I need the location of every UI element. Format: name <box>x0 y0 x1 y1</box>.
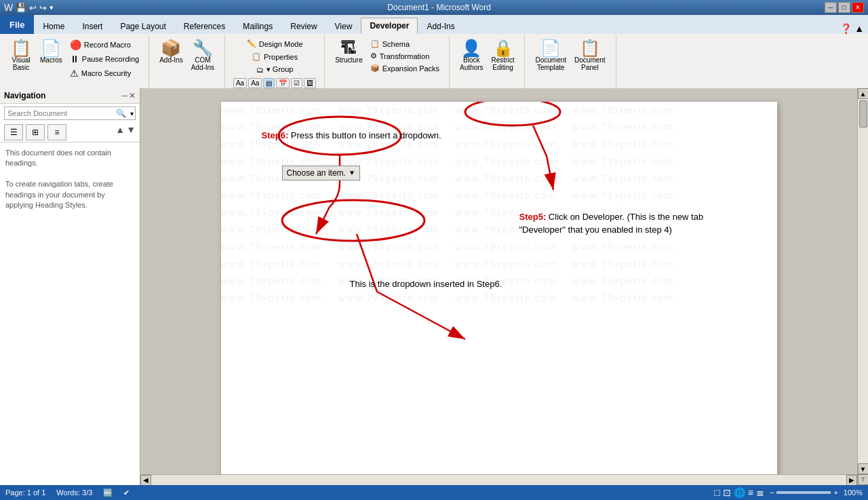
text-control-button[interactable]: Aa <box>233 78 247 88</box>
document-panel-button[interactable]: 📋 DocumentPanel <box>571 38 609 73</box>
nav-pages-view[interactable]: ⊞ <box>26 124 45 140</box>
zoom-level[interactable]: 100% <box>844 488 863 497</box>
scroll-down-button[interactable]: ▼ <box>858 463 869 474</box>
help-icon[interactable]: ❓ <box>840 23 852 34</box>
tab-developer[interactable]: Developer <box>361 18 418 34</box>
block-authors-button[interactable]: 👤 BlockAuthors <box>456 38 486 73</box>
nav-pane-title: Navigation <box>4 91 45 100</box>
tab-insert[interactable]: Insert <box>73 18 111 34</box>
zoom-slider[interactable] <box>776 491 831 494</box>
shield-icon: ⚠ <box>70 68 79 79</box>
nav-results-view[interactable]: ≡ <box>47 124 66 140</box>
tab-review[interactable]: Review <box>281 18 326 34</box>
record-macro-button[interactable]: 🔴 Record Macro <box>67 38 142 52</box>
print-layout-btn[interactable]: □ <box>714 487 719 498</box>
nav-close-button[interactable]: ✕ <box>129 91 136 100</box>
restrict-editing-button[interactable]: 🔒 RestrictEditing <box>488 38 518 73</box>
macros-button[interactable]: 📄 Macros <box>37 38 66 66</box>
save-btn[interactable]: 💾 <box>16 3 26 13</box>
draft-btn[interactable]: ≣ <box>756 487 764 498</box>
com-add-ins-button[interactable]: 🔧 COMAdd-Ins <box>188 38 218 73</box>
document-panel-icon: 📋 <box>580 40 600 56</box>
checkbox-button[interactable]: ☑ <box>291 78 302 88</box>
block-authors-icon: 👤 <box>461 40 481 56</box>
search-button[interactable]: 🔍 <box>113 107 129 119</box>
structure-button[interactable]: 🏗 Structure <box>332 38 366 66</box>
image-button[interactable]: 🖼 <box>304 78 316 88</box>
step5-line: Step5: Click on Developer. (This is the … <box>519 210 736 237</box>
scroll-left-button[interactable]: ◀ <box>140 475 151 486</box>
redo-btn[interactable]: ↪ <box>39 3 47 13</box>
full-screen-btn[interactable]: ⊡ <box>723 487 731 498</box>
tab-home[interactable]: Home <box>34 18 73 34</box>
control-icons-row: Aa Aa ▤ 📅 ☑ 🖼 <box>233 78 316 88</box>
design-mode-button[interactable]: ✏️ Design Mode <box>244 38 306 50</box>
tab-file[interactable]: File <box>0 15 34 34</box>
minimize-ribbon-icon[interactable]: ▲ <box>854 23 864 34</box>
scroll-thumb[interactable] <box>859 100 867 128</box>
zoom-in-button[interactable]: + <box>833 488 837 497</box>
close-button[interactable]: ✕ <box>852 2 864 13</box>
zoom-out-button[interactable]: − <box>770 488 774 497</box>
minimize-button[interactable]: ─ <box>825 2 837 13</box>
record-icon: 🔴 <box>70 39 81 50</box>
nav-down-arrow[interactable]: ▼ <box>126 124 136 140</box>
visual-basic-button[interactable]: 📋 VisualBasic <box>7 38 35 73</box>
nav-up-arrow[interactable]: ▲ <box>115 124 125 140</box>
structure-icon: 🏗 <box>340 40 357 56</box>
schema-icon: 📋 <box>370 39 380 48</box>
protect-group-items: 👤 BlockAuthors 🔒 RestrictEditing <box>455 37 519 90</box>
dropdown-control[interactable]: Choose an item. ▼ <box>282 166 360 180</box>
tab-view[interactable]: View <box>326 18 361 34</box>
nav-minimize-button[interactable]: ─ <box>121 91 127 100</box>
window-title: Document1 - Microsoft Word <box>54 3 825 12</box>
tab-pagelayout[interactable]: Page Layout <box>111 18 174 34</box>
web-layout-btn[interactable]: 🌐 <box>734 487 745 498</box>
tab-references[interactable]: References <box>175 18 234 34</box>
document-area: www.79xperts.com www.79xperts.com www.79… <box>140 88 857 485</box>
xml-options: 📋 Schema ⚙ Transformation 📦 Expansion Pa… <box>368 38 442 74</box>
document-template-button[interactable]: 📄 DocumentTemplate <box>532 38 570 73</box>
outline-btn[interactable]: ≡ <box>748 487 753 498</box>
scroll-up-button[interactable]: ▲ <box>858 88 869 99</box>
transformation-button[interactable]: ⚙ Transformation <box>368 50 442 62</box>
nav-headings-view[interactable]: ☰ <box>4 124 23 140</box>
expansion-packs-button[interactable]: 📦 Expansion Packs <box>368 62 442 74</box>
addins-group-items: 📦 Add-Ins 🔧 COMAdd-Ins <box>155 37 219 90</box>
scroll-right-button[interactable]: ▶ <box>846 475 857 486</box>
dropdown-note-line: This is the dropdown inserted in Step6. <box>350 277 736 291</box>
nav-empty-heading-msg: This document does not contain headings. <box>5 148 134 169</box>
view-ruler-button[interactable]: ⊤ <box>858 474 869 485</box>
date-control-button[interactable]: 📅 <box>276 78 290 88</box>
vertical-scrollbar: ▲ ▼ ⊤ <box>857 88 868 485</box>
dropdown-container: Choose an item. ▼ <box>282 163 736 183</box>
search-document-input[interactable] <box>5 108 113 119</box>
step6-line: Step6: Press this button to insert a dro… <box>262 129 736 142</box>
schema-button[interactable]: 📋 Schema <box>368 38 442 50</box>
search-dropdown-arrow[interactable]: ▾ <box>129 109 135 119</box>
pause-icon: ⏸ <box>70 54 79 64</box>
step5-label: Step5: <box>519 212 547 222</box>
tab-mailings[interactable]: Mailings <box>234 18 281 34</box>
properties-button[interactable]: 📋 Properties <box>249 51 300 62</box>
code-group-items: 📋 VisualBasic 📄 Macros 🔴 Record Macro ⏸ … <box>5 37 143 90</box>
nav-pane-controls: ─ ✕ <box>121 91 136 100</box>
language-info: 🔤 <box>103 488 113 497</box>
tab-addins[interactable]: Add-Ins <box>418 18 463 34</box>
step5-text: Click on Developer. (This is the new tab… <box>519 212 704 235</box>
nav-view-buttons: ☰ ⊞ ≡ ▲ ▼ <box>0 123 140 142</box>
xml-group-items: 🏗 Structure 📋 Schema ⚙ Transformation 📦 … <box>330 37 443 90</box>
restore-button[interactable]: □ <box>838 2 850 13</box>
group-button[interactable]: 🗂 ▾ Group <box>254 64 296 75</box>
restrict-editing-icon: 🔒 <box>493 40 513 56</box>
dropdown-control-button[interactable]: ▤ <box>263 78 275 88</box>
add-ins-button[interactable]: 📦 Add-Ins <box>156 38 186 66</box>
svg-point-1 <box>465 102 560 126</box>
text-control2-button[interactable]: Aa <box>248 78 262 88</box>
document-page: www.79xperts.com www.79xperts.com www.79… <box>221 102 777 485</box>
undo-btn[interactable]: ↩ <box>29 3 37 13</box>
step6-text: Press this button to insert a dropdown. <box>291 130 441 140</box>
macro-security-button[interactable]: ⚠ Macro Security <box>67 66 142 80</box>
pause-recording-button[interactable]: ⏸ Pause Recording <box>67 52 142 66</box>
title-bar: W 💾 ↩ ↪ ▾ Document1 - Microsoft Word ─ □… <box>0 0 868 15</box>
